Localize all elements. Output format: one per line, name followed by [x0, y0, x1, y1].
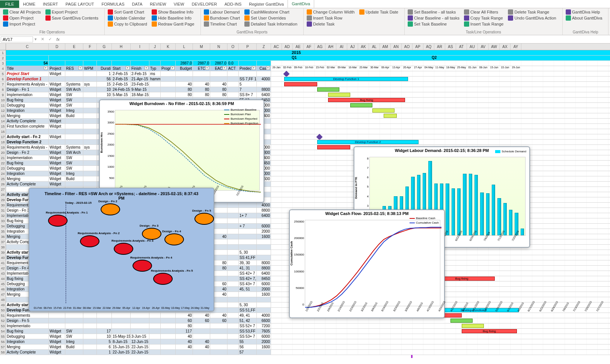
cell[interactable]: SW: [65, 329, 83, 334]
cell[interactable]: [112, 329, 131, 334]
cell[interactable]: SS 8+ 7: [239, 92, 257, 97]
cell[interactable]: [83, 171, 97, 176]
cell[interactable]: [131, 329, 149, 334]
cell[interactable]: [49, 140, 65, 144]
cell[interactable]: [227, 329, 239, 334]
cell[interactable]: Integ: [65, 108, 83, 113]
name-box[interactable]: [1, 36, 33, 42]
cell[interactable]: [97, 318, 112, 323]
cell[interactable]: Activity Complete: [6, 182, 49, 187]
row-number[interactable]: 8: [0, 87, 6, 92]
cell[interactable]: 2-Feb-15: [112, 71, 131, 76]
row-number[interactable]: 26: [0, 182, 6, 187]
filter-dropdown-icon[interactable]: ▾: [205, 66, 209, 70]
col-header[interactable]: AK: [358, 44, 369, 50]
row-number[interactable]: 36: [0, 234, 6, 239]
cell[interactable]: Widget: [49, 103, 65, 108]
cell[interactable]: Project Start: [6, 71, 49, 76]
col-header[interactable]: AM: [380, 44, 391, 50]
cell[interactable]: [149, 313, 161, 318]
row-number[interactable]: 51: [0, 313, 6, 318]
cell[interactable]: [149, 329, 161, 334]
cell[interactable]: ms: [149, 71, 161, 76]
filter-dropdown-icon[interactable]: ▾: [44, 66, 48, 70]
timeline-chart[interactable]: Timeline - Filter - RES =SW Arch or =Sys…: [29, 188, 214, 311]
cell[interactable]: Integ: [65, 339, 83, 344]
cell[interactable]: [149, 323, 161, 328]
ribbon-update-calendar[interactable]: Update Calendar: [107, 15, 148, 21]
col-header[interactable]: C: [6, 44, 49, 50]
cancel-icon[interactable]: ✕: [41, 37, 44, 41]
ribbon-copy-to-clipboard[interactable]: Copy to Clipboard: [107, 21, 148, 27]
row-number[interactable]: 6: [0, 77, 6, 81]
gantt-bar[interactable]: Develop Function 2: [317, 140, 419, 144]
timeline-node[interactable]: [80, 235, 99, 247]
cell[interactable]: SS 42+ 7,FF: [239, 276, 257, 281]
cell[interactable]: [112, 318, 131, 323]
col-header[interactable]: AJ: [347, 44, 358, 50]
ribbon-delete-task[interactable]: Delete Task: [306, 21, 355, 27]
cell[interactable]: [239, 234, 257, 239]
cell[interactable]: [193, 77, 210, 81]
cell[interactable]: + 7: [239, 224, 257, 229]
cell[interactable]: 1600: [257, 344, 271, 349]
col-header[interactable]: N: [210, 44, 227, 50]
cell[interactable]: [161, 77, 176, 81]
cell[interactable]: 8-Jun-15: [112, 339, 131, 344]
cell[interactable]: [65, 119, 83, 123]
col-header[interactable]: E: [65, 44, 83, 50]
cell[interactable]: [227, 260, 239, 265]
cell[interactable]: [210, 71, 227, 76]
row-number[interactable]: 2: [0, 56, 6, 60]
row-number[interactable]: 22: [0, 161, 6, 165]
cell[interactable]: [257, 255, 271, 260]
cell[interactable]: 2000: [257, 339, 271, 344]
cell[interactable]: Implementation: [6, 92, 49, 97]
filter-dropdown-icon[interactable]: ▾: [266, 66, 270, 70]
filter-dropdown-icon[interactable]: ▾: [223, 66, 226, 70]
gantt-bar[interactable]: [450, 319, 473, 323]
bar[interactable]: [480, 193, 483, 235]
tab-developer[interactable]: DEVELOPER: [188, 0, 221, 8]
cell[interactable]: [112, 323, 131, 328]
cell[interactable]: 57: [239, 350, 257, 355]
cell[interactable]: [149, 350, 161, 355]
ribbon-open-project[interactable]: Open Project: [2, 15, 42, 21]
cell[interactable]: [193, 350, 210, 355]
cell[interactable]: [239, 203, 257, 208]
cell[interactable]: SS 42+ 7: [239, 271, 257, 276]
row-number[interactable]: 49: [0, 302, 6, 307]
col-header[interactable]: AG: [315, 44, 325, 50]
col-header[interactable]: AX: [500, 44, 511, 50]
cell[interactable]: 15-May-15: [112, 334, 131, 339]
row-number[interactable]: 50: [0, 308, 6, 313]
row-number[interactable]: 18: [0, 140, 6, 144]
cell[interactable]: [239, 292, 257, 297]
cell[interactable]: Activity Complete: [6, 350, 49, 355]
row-number[interactable]: 37: [0, 239, 6, 244]
cell[interactable]: 6400: [257, 271, 271, 276]
cell[interactable]: [65, 140, 83, 144]
row-number[interactable]: 34: [0, 224, 6, 229]
ribbon-export-project[interactable]: Export Project: [45, 9, 99, 15]
row-number[interactable]: 58: [0, 350, 6, 355]
cell[interactable]: 40: [176, 334, 193, 339]
cell[interactable]: 39, 30: [239, 260, 257, 265]
gantt-bar[interactable]: [284, 82, 317, 86]
cell[interactable]: [97, 323, 112, 328]
cell[interactable]: [257, 71, 271, 76]
timeline-node[interactable]: [142, 228, 161, 240]
row-number[interactable]: 30: [0, 203, 6, 208]
col-header[interactable]: I: [131, 44, 149, 50]
cell[interactable]: 17: [97, 329, 112, 334]
col-header[interactable]: AR: [434, 44, 445, 50]
ribbon-sort-gantt-chart[interactable]: Sort Gantt Chart: [107, 9, 148, 15]
row-number[interactable]: 46: [0, 287, 6, 292]
cell[interactable]: Widget: [49, 108, 65, 113]
cell[interactable]: [239, 218, 257, 223]
cell[interactable]: 6600: [257, 318, 271, 323]
ribbon-show-baseline-info[interactable]: Show Baseline Info: [151, 9, 195, 15]
cell[interactable]: 6000: [257, 281, 271, 286]
cell[interactable]: [83, 182, 97, 187]
cell[interactable]: 41, 31: [239, 266, 257, 271]
